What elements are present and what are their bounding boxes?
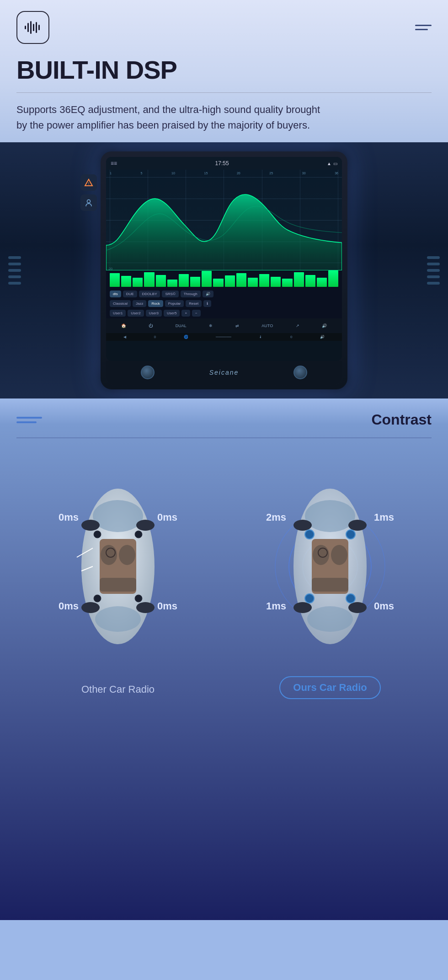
temp-left: 0	[154, 335, 156, 339]
vent-slat	[427, 282, 440, 285]
user1-button[interactable]: User1	[110, 310, 126, 317]
menu-button[interactable]	[415, 25, 432, 30]
svg-point-22	[135, 531, 142, 538]
right-knob[interactable]	[293, 366, 307, 379]
svg-point-8	[87, 200, 91, 203]
other-car-svg	[54, 457, 182, 676]
header	[0, 0, 448, 51]
heat-icon: 🌡	[259, 335, 262, 339]
power-icon: ⏻	[149, 323, 153, 328]
user5-button[interactable]: User5	[164, 310, 180, 317]
car-interior: ! ≡≡ 17:55 ▲	[0, 142, 448, 398]
svg-point-14	[119, 545, 135, 565]
jazz-button[interactable]: Jazz	[133, 300, 146, 307]
due-button[interactable]: DUE	[123, 291, 137, 297]
srs-button[interactable]: SRS©	[162, 291, 178, 297]
svg-point-43	[346, 530, 355, 539]
svg-point-24	[135, 595, 142, 602]
svg-point-42	[305, 530, 314, 539]
svg-rect-15	[100, 578, 136, 592]
eq-wave-svg	[106, 170, 342, 270]
other-car-timing-wrap: 0ms 0ms 0ms 0ms	[54, 457, 182, 676]
cars-comparison: 0ms 0ms 0ms 0ms Other Car Radio	[16, 457, 432, 699]
svg-point-38	[293, 520, 312, 531]
svg-point-39	[348, 520, 367, 531]
other-timing-bottom-right: 0ms	[157, 600, 177, 612]
vol-icon: 🔊	[320, 335, 325, 339]
other-timing-top-right: 0ms	[157, 512, 177, 523]
eq-bar	[121, 276, 131, 287]
our-car-timing-wrap: 2ms 1ms 1ms 0ms	[266, 457, 394, 676]
svg-point-21	[94, 531, 101, 538]
eq-bar	[271, 277, 281, 287]
eq-bar	[202, 271, 212, 287]
svg-rect-4	[36, 22, 37, 33]
vent-right	[427, 256, 440, 285]
climate-bar: 🏠 ⏻ DUAL ❄ ⇌ AUTO ↗ 🔊	[106, 318, 342, 333]
other-timing-top-left: 0ms	[59, 512, 79, 523]
page-title: BUILT-IN DSP	[16, 56, 432, 84]
wifi-icon: ▲	[327, 161, 331, 166]
minus-button[interactable]: −	[192, 310, 201, 317]
svg-point-35	[331, 545, 347, 565]
contrast-line-1	[16, 417, 42, 419]
bottom-knob-bar: Seicane	[106, 361, 342, 384]
svg-point-41	[348, 602, 367, 613]
svg-point-10	[93, 500, 143, 532]
brand-text: Seicane	[209, 369, 239, 376]
vent-slat	[8, 256, 21, 259]
temp-right: 0	[290, 335, 292, 339]
svg-rect-1	[27, 23, 29, 32]
vent-slat	[8, 269, 21, 272]
reset-button[interactable]: Reset	[186, 300, 202, 307]
svg-rect-5	[38, 25, 40, 30]
contrast-header: Contrast	[16, 411, 432, 428]
rock-button[interactable]: Rock	[148, 300, 163, 307]
person-button[interactable]	[80, 194, 97, 211]
other-timing-bottom-left: 0ms	[59, 600, 79, 612]
logo	[16, 11, 49, 44]
info-button[interactable]: ℹ	[203, 300, 211, 307]
vent-slat	[427, 263, 440, 265]
contrast-title: Contrast	[371, 411, 432, 428]
volume-button[interactable]: 🔊	[203, 291, 213, 297]
classical-button[interactable]: Classical	[110, 300, 131, 307]
our-car-label-button[interactable]: Ours Car Radio	[279, 676, 380, 699]
svg-rect-3	[33, 24, 34, 31]
our-timing-bottom-left: 1ms	[266, 600, 286, 612]
svg-point-31	[305, 500, 355, 532]
dsp-screen: ≡≡ 17:55 ▲ ▭ 1 5 10	[106, 157, 342, 361]
vent-slat	[427, 275, 440, 278]
contrast-icon	[16, 417, 42, 423]
left-knob[interactable]	[141, 366, 155, 379]
eq-bar	[317, 278, 327, 287]
vent-slat	[8, 275, 21, 278]
our-car-column: 2ms 1ms 1ms 0ms Ours Car Radio	[229, 457, 432, 699]
topbar-icon: ≡≡	[111, 160, 117, 167]
auto-label: AUTO	[261, 323, 273, 328]
bottom-row: ◀ 0 🌀 ────── 🌡 0 🔊	[106, 333, 342, 341]
through-button[interactable]: Through	[181, 291, 201, 297]
contrast-line-2	[16, 421, 37, 423]
user3-button[interactable]: User3	[146, 310, 162, 317]
ac-icon: ⇌	[235, 323, 239, 328]
eq-display: 1 5 10 15 20 25 30 36	[106, 170, 342, 270]
svg-point-11	[95, 606, 141, 632]
vent-slat	[427, 256, 440, 259]
warning-button[interactable]: !	[80, 174, 97, 191]
dts-button[interactable]: dts	[110, 291, 121, 297]
svg-text:!: !	[88, 181, 90, 186]
volume-icon: 🔊	[322, 323, 327, 328]
screen-time: 17:55	[215, 160, 229, 167]
popular-button[interactable]: Popular	[165, 300, 184, 307]
eq-bar	[236, 273, 246, 287]
our-timing-top-right: 1ms	[374, 512, 394, 523]
description-text: Supports 36EQ adjustment, and the ultra-…	[16, 102, 327, 133]
svg-point-18	[136, 520, 155, 531]
user2-button[interactable]: User2	[128, 310, 144, 317]
screen-topbar: ≡≡ 17:55 ▲ ▭	[106, 157, 342, 170]
dolby-button[interactable]: DDOLBY	[139, 291, 160, 297]
title-divider	[16, 92, 432, 93]
svg-rect-2	[30, 21, 32, 34]
add-button[interactable]: +	[181, 310, 190, 317]
